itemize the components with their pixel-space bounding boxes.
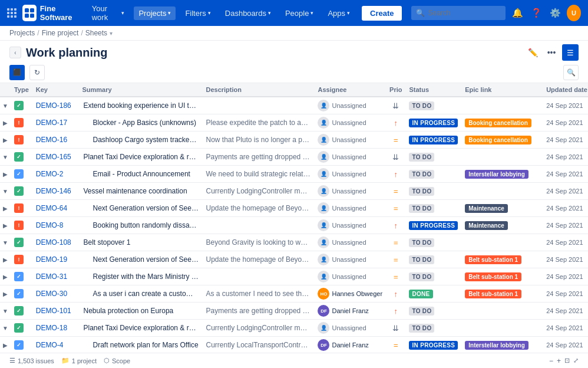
status-cell[interactable]: TO DO (405, 166, 461, 183)
key-cell[interactable]: DEMO-64 (32, 200, 79, 217)
assignee-cell[interactable]: 👤Unassigned (314, 268, 386, 285)
breadcrumb-sheets-chevron[interactable]: ▾ (110, 30, 113, 37)
sidebar-collapse-btn[interactable]: ‹ (9, 47, 21, 58)
key-cell[interactable]: DEMO-108 (32, 234, 79, 251)
expand-cell[interactable]: ▶ (0, 268, 11, 285)
key-cell[interactable]: DEMO-101 (32, 303, 79, 320)
assignee-cell[interactable]: 👤Unassigned (314, 217, 386, 234)
expand-cell[interactable]: ▼ (0, 234, 11, 251)
expand-cell[interactable]: ▶ (0, 200, 11, 217)
assignee-cell[interactable]: HOHannes Obweger (314, 285, 386, 303)
key-cell[interactable]: DEMO-17 (32, 114, 79, 132)
expand-cell[interactable]: ▶ (0, 251, 11, 268)
breadcrumb-projects[interactable]: Projects (9, 29, 35, 37)
nav-projects[interactable]: Projects▾ (134, 6, 176, 20)
assignee-cell[interactable]: 👤Unassigned (314, 166, 386, 183)
summary-cell[interactable]: Belt stopover 1 (78, 234, 202, 251)
summary-cell[interactable]: Vessel maintenance coordination (78, 183, 202, 200)
key-cell[interactable]: DEMO-4 (32, 337, 79, 354)
notifications-icon[interactable]: 🔔 (510, 5, 524, 21)
expand-cell[interactable]: ▼ (0, 97, 11, 114)
zoom-in-btn[interactable]: + (557, 357, 561, 361)
summary-cell[interactable]: Booking button randomly dissapears (78, 217, 202, 234)
summary-cell[interactable]: Blocker - App Basics (unknowns) (78, 114, 202, 132)
nav-dashboards[interactable]: Dashboards▾ (220, 6, 276, 20)
summary-cell[interactable]: Draft network plan for Mars Office (78, 337, 202, 354)
breadcrumb-sheets[interactable]: Sheets (85, 29, 107, 37)
status-cell[interactable]: DONE (405, 285, 461, 303)
status-cell[interactable]: TO DO (405, 183, 461, 200)
expand-cell[interactable]: ▶ (0, 132, 11, 149)
edit-button[interactable]: ✏️ (524, 44, 541, 61)
board-view-icon[interactable]: ⬛ (9, 65, 25, 80)
key-cell[interactable]: DEMO-16 (32, 132, 79, 149)
col-header-assignee[interactable]: Assignee (314, 83, 386, 97)
status-cell[interactable]: IN PROGRESS (405, 217, 461, 234)
col-header-description[interactable]: Description (202, 83, 314, 97)
status-cell[interactable]: TO DO (405, 268, 461, 285)
col-header-updated[interactable]: Updated date (543, 83, 588, 97)
key-cell[interactable]: DEMO-31 (32, 268, 79, 285)
key-cell[interactable]: DEMO-8 (32, 217, 79, 234)
col-header-epic[interactable]: Epic link (461, 83, 543, 97)
assignee-cell[interactable]: DFDaniel Franz (314, 303, 386, 320)
zoom-out-btn[interactable]: − (549, 357, 553, 361)
settings-icon[interactable]: ⚙️ (548, 5, 562, 21)
col-header-key[interactable]: Key (32, 83, 79, 97)
expand-cell[interactable]: ▼ (0, 303, 11, 320)
help-icon[interactable]: ❓ (529, 5, 543, 21)
status-cell[interactable]: TO DO (405, 234, 461, 251)
summary-cell[interactable]: Nebula protection on Europa (78, 303, 202, 320)
expand-cell[interactable]: ▶ (0, 166, 11, 183)
assignee-cell[interactable]: 👤Unassigned (314, 320, 386, 337)
status-cell[interactable]: TO DO (405, 149, 461, 166)
expand-cell[interactable]: ▶ (0, 337, 11, 354)
col-header-summary[interactable]: Summary (78, 83, 202, 97)
summary-cell[interactable]: Register with the Mars Ministry of Reven… (78, 268, 202, 285)
expand-cell[interactable]: ▼ (0, 183, 11, 200)
assignee-cell[interactable]: 👤Unassigned (314, 149, 386, 166)
summary-cell[interactable]: Planet Taxi Device exploration & researc… (78, 320, 202, 337)
status-cell[interactable]: IN PROGRESS (405, 337, 461, 354)
nav-people[interactable]: People▾ (280, 6, 318, 20)
expand-cell[interactable]: ▶ (0, 217, 11, 234)
summary-cell[interactable]: As a user i can create a custom user acc… (78, 285, 202, 303)
grid-view-button[interactable]: ☰ (562, 44, 579, 61)
nav-filters[interactable]: Filters▾ (180, 6, 215, 20)
summary-cell[interactable]: Email - Product Announcement (78, 166, 202, 183)
status-cell[interactable]: TO DO (405, 303, 461, 320)
key-cell[interactable]: DEMO-165 (32, 149, 79, 166)
status-cell[interactable]: TO DO (405, 200, 461, 217)
toolbar-search-btn[interactable]: 🔍 (563, 65, 579, 80)
summary-cell[interactable]: Next Generation version of SeeSpaceEZ t.… (78, 200, 202, 217)
fit-btn[interactable]: ⊡ (564, 357, 570, 360)
col-header-status[interactable]: Status (405, 83, 461, 97)
key-cell[interactable]: DEMO-19 (32, 251, 79, 268)
user-avatar[interactable]: U (567, 5, 581, 21)
assignee-cell[interactable]: 👤Unassigned (314, 251, 386, 268)
assignee-cell[interactable]: 👤Unassigned (314, 132, 386, 149)
summary-cell[interactable]: Dashloop Cargo system tracker email set.… (78, 132, 202, 149)
status-cell[interactable]: TO DO (405, 97, 461, 114)
search-input[interactable] (411, 6, 506, 20)
create-button[interactable]: Create (362, 6, 402, 21)
status-cell[interactable]: IN PROGRESS (405, 132, 461, 149)
logo[interactable]: Fine Software (22, 4, 82, 22)
expand-cell[interactable]: ▼ (0, 320, 11, 337)
summary-cell[interactable]: Next Generation version of SeeSpaceEZ t.… (78, 251, 202, 268)
assignee-cell[interactable]: 👤Unassigned (314, 200, 386, 217)
breadcrumb-fine-project[interactable]: Fine project (42, 29, 79, 37)
status-cell[interactable]: IN PROGRESS (405, 114, 461, 132)
refresh-button[interactable]: ↻ (29, 65, 45, 80)
key-cell[interactable]: DEMO-30 (32, 285, 79, 303)
assignee-cell[interactable]: 👤Unassigned (314, 234, 386, 251)
col-header-type[interactable]: Type (11, 83, 32, 97)
assignee-cell[interactable]: 👤Unassigned (314, 97, 386, 114)
expand-cell[interactable]: ▶ (0, 114, 11, 132)
key-cell[interactable]: DEMO-146 (32, 183, 79, 200)
summary-cell[interactable]: Planet Taxi Device exploration & researc… (78, 149, 202, 166)
key-cell[interactable]: DEMO-2 (32, 166, 79, 183)
assignee-cell[interactable]: 👤Unassigned (314, 114, 386, 132)
col-header-prio[interactable]: Prio (386, 83, 405, 97)
nav-grid-icon[interactable] (7, 8, 16, 18)
